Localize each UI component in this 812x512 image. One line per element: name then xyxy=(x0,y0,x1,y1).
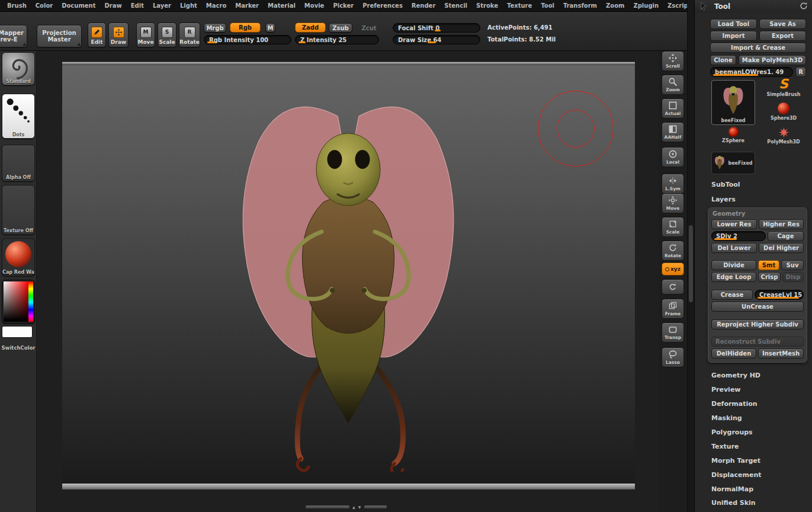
menu-tool[interactable]: Tool xyxy=(541,2,554,9)
texture-section-header[interactable]: Texture xyxy=(711,443,739,450)
frame-button[interactable]: Frame xyxy=(662,299,684,319)
preview-section-header[interactable]: Preview xyxy=(711,386,741,393)
m-button[interactable]: M xyxy=(265,23,275,33)
r-button[interactable]: R xyxy=(795,67,806,77)
menu-transform[interactable]: Transform xyxy=(563,2,597,9)
transp-button[interactable]: Transp xyxy=(662,322,684,343)
menu-marker[interactable]: Marker xyxy=(235,2,259,9)
move-gyro-button[interactable]: Move xyxy=(662,193,684,213)
saturation-value-square[interactable] xyxy=(4,281,28,322)
del-higher-button[interactable]: Del Higher xyxy=(759,243,804,253)
crease-lvl-slider[interactable]: CreaseLvl 15 xyxy=(755,290,804,300)
lsym-button[interactable]: L.Sym xyxy=(662,174,684,194)
zoom-button[interactable]: Zoom xyxy=(662,75,684,95)
edge-loop-button[interactable]: Edge Loop xyxy=(711,272,756,282)
lasso-button[interactable]: Lasso xyxy=(662,347,684,367)
actual-button[interactable]: Actual xyxy=(662,98,684,119)
scroll-down-icon[interactable]: ▼ xyxy=(358,505,362,509)
document-scrollbar[interactable]: ▲ ▼ xyxy=(305,505,387,509)
sdiv-slider[interactable]: SDiv 2 xyxy=(711,231,766,241)
edit-button[interactable]: Edit xyxy=(88,23,106,47)
reproject-higher-subdiv-button[interactable]: Reproject Higher Subdiv xyxy=(711,319,804,329)
cage-button[interactable]: Cage xyxy=(768,231,804,241)
scrollbar-track-left[interactable] xyxy=(305,505,350,509)
mrgb-button[interactable]: Mrgb xyxy=(204,23,226,33)
menu-render[interactable]: Render xyxy=(412,2,435,9)
scrollbar-track-right[interactable] xyxy=(364,505,387,509)
menu-picker[interactable]: Picker xyxy=(333,2,354,9)
subtool-section-header[interactable]: SubTool xyxy=(711,181,740,188)
menu-stencil[interactable]: Stencil xyxy=(444,2,467,9)
menu-edit[interactable]: Edit xyxy=(131,2,144,9)
active-color-swatch[interactable] xyxy=(2,326,33,338)
lower-res-button[interactable]: Lower Res xyxy=(711,219,757,229)
scale-button[interactable]: S Scale xyxy=(158,23,176,47)
rgb-button[interactable]: Rgb xyxy=(230,23,261,33)
rotate-gyro-button[interactable]: Rotate xyxy=(662,241,684,261)
del-lower-button[interactable]: Del Lower xyxy=(711,243,757,253)
menu-preferences[interactable]: Preferences xyxy=(362,2,403,9)
polymesh3d-tool[interactable]: PolyMesh3D xyxy=(761,127,806,145)
layers-section-header[interactable]: Layers xyxy=(711,196,736,203)
panel-scrollbar-handle[interactable] xyxy=(689,225,693,302)
sphere3d-tool[interactable]: Sphere3D xyxy=(761,103,806,121)
import-crease-button[interactable]: Import & Crease xyxy=(710,43,806,53)
scroll-button[interactable]: Scroll xyxy=(662,51,684,71)
draw-button[interactable]: Draw xyxy=(108,23,129,47)
rotate-button[interactable]: R Rotate xyxy=(179,23,200,47)
current-brush-selector[interactable]: Standard xyxy=(2,52,35,85)
gxyz-button[interactable]: xyz xyxy=(662,263,684,276)
projection-master-button[interactable]: Projection Master xyxy=(37,25,82,47)
current-stroke-selector[interactable]: Dots xyxy=(2,94,35,139)
geometry-section-header[interactable]: Geometry xyxy=(712,210,804,217)
menu-zoom[interactable]: Zoom xyxy=(606,2,624,9)
menu-stroke[interactable]: Stroke xyxy=(476,2,498,9)
smt-button[interactable]: Smt xyxy=(758,260,779,270)
geometry-hd-section-header[interactable]: Geometry HD xyxy=(711,372,760,379)
unified-skin-section-header[interactable]: Unified Skin xyxy=(711,499,756,507)
menu-brush[interactable]: Brush xyxy=(7,2,27,9)
deformation-section-header[interactable]: Deformation xyxy=(711,400,758,408)
hue-strip[interactable] xyxy=(28,281,33,322)
color-picker[interactable] xyxy=(2,280,35,324)
normalmap-section-header[interactable]: NormalMap xyxy=(711,485,753,493)
panel-scrollbar[interactable] xyxy=(687,0,694,512)
masking-section-header[interactable]: Masking xyxy=(711,414,742,422)
refresh-icon[interactable] xyxy=(799,1,808,11)
move-button[interactable]: M Move xyxy=(136,23,155,47)
divide-button[interactable]: Divide xyxy=(711,260,756,270)
draw-size-slider[interactable]: Draw Size 64 xyxy=(393,35,480,44)
scroll-up-icon[interactable]: ▲ xyxy=(352,505,356,509)
save-as-button[interactable]: Save As xyxy=(759,19,806,29)
menu-color[interactable]: Color xyxy=(36,2,53,9)
tool-name-slider[interactable]: beemanLOWres1. 49 xyxy=(710,67,793,77)
menu-light[interactable]: Light xyxy=(180,2,197,9)
insert-mesh-button[interactable]: InsertMesh xyxy=(758,348,804,359)
rgb-intensity-slider[interactable]: Rgb Intensity 100 xyxy=(204,35,291,44)
load-tool-button[interactable]: Load Tool xyxy=(710,19,757,29)
menu-draw[interactable]: Draw xyxy=(105,2,122,9)
displacement-section-header[interactable]: Displacement xyxy=(711,471,762,479)
current-texture-selector[interactable]: Texture Off xyxy=(2,185,35,235)
crease-button[interactable]: Crease xyxy=(711,290,753,300)
zsphere-tool[interactable]: ZSphere xyxy=(711,127,755,143)
zadd-button[interactable]: Zadd xyxy=(295,23,326,33)
clone-button[interactable]: Clone xyxy=(710,55,736,65)
aahalf-button[interactable]: AAHalf xyxy=(662,122,684,142)
higher-res-button[interactable]: Higher Res xyxy=(759,219,804,229)
switch-color-button[interactable]: SwitchColor xyxy=(0,345,37,351)
morph-target-section-header[interactable]: Morph Target xyxy=(711,457,760,465)
uncrease-button[interactable]: UnCrease xyxy=(711,302,804,312)
focal-shift-slider[interactable]: Focal Shift 0 xyxy=(393,23,480,33)
zmapper-button[interactable]: ZMapper rev-E xyxy=(0,25,27,47)
menu-material[interactable]: Material xyxy=(268,2,296,9)
menu-movie[interactable]: Movie xyxy=(304,2,325,9)
z-intensity-slider[interactable]: Z Intensity 25 xyxy=(295,35,379,44)
make-polymesh3d-button[interactable]: Make PolyMesh3D xyxy=(739,55,806,65)
suv-button[interactable]: Suv xyxy=(781,260,804,270)
tool-palette-header[interactable]: Tool xyxy=(695,0,812,13)
document-viewport[interactable] xyxy=(62,65,635,484)
simplebrush-tool[interactable]: S SimpleBrush xyxy=(761,78,806,97)
current-alpha-selector[interactable]: Alpha Off xyxy=(2,145,35,181)
import-button[interactable]: Import xyxy=(710,31,757,41)
